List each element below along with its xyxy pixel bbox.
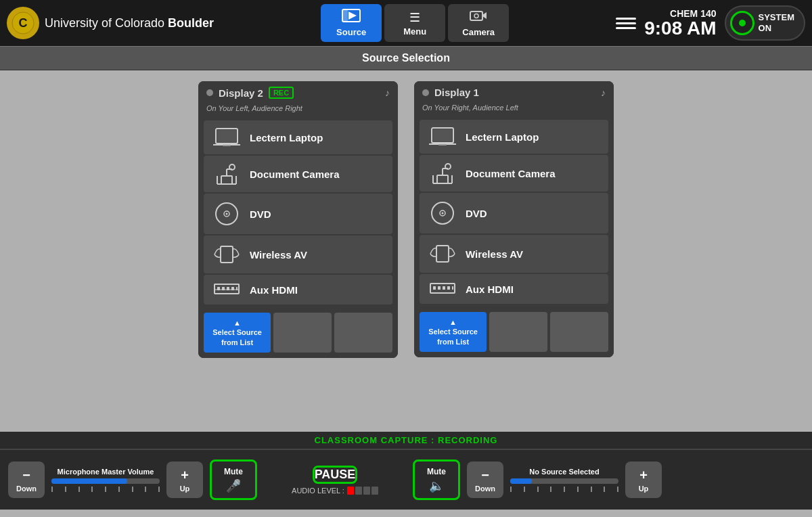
d2-source-dvd[interactable]: DVD [204, 194, 392, 234]
source-nav-label: Source [336, 27, 366, 37]
tick [537, 487, 539, 492]
plus-icon: + [181, 468, 189, 483]
tick [617, 487, 618, 492]
system-on-label: SYSTEMON [759, 12, 794, 33]
tick [577, 487, 579, 492]
display-2-footer: ▲Select Sourcefrom List [198, 307, 398, 358]
tick [132, 487, 133, 492]
d1-footer-btn-2[interactable] [489, 312, 547, 352]
source-nav-icon [342, 9, 361, 26]
d1-source-dvd[interactable]: DVD [420, 193, 608, 233]
cu-logo-icon: C [7, 7, 39, 39]
svg-rect-25 [217, 287, 220, 290]
d1-footer-btn-3[interactable] [550, 312, 608, 352]
mic-volume-fill [51, 478, 127, 484]
tick [91, 487, 93, 492]
svg-rect-34 [437, 175, 448, 183]
menu-nav-icon: ☰ [409, 10, 420, 25]
d1-wireless-av-label: Wireless AV [466, 248, 523, 260]
system-on-button[interactable]: SYSTEMON [725, 5, 805, 41]
mic-mute-label: Mute [224, 467, 243, 476]
d2-select-source-button[interactable]: ▲Select Sourcefrom List [204, 313, 271, 353]
svg-rect-44 [436, 246, 449, 262]
audio-level-row: AUDIO LEVEL : [292, 487, 378, 495]
source-selection-header: Source Selection [0, 46, 812, 70]
nav-buttons: Source ☰ Menu Camera [221, 4, 609, 42]
minus-icon-2: − [481, 468, 489, 483]
svg-rect-12 [221, 176, 232, 184]
svg-rect-49 [447, 286, 450, 290]
pause-button[interactable]: PAUSE [313, 466, 358, 484]
d1-source-doc-camera[interactable]: Document Camera [420, 155, 608, 192]
d1-source-aux-hdmi[interactable]: Aux HDMI [420, 274, 608, 304]
display-2-source-list: Lectern Laptop Document Camera [198, 118, 398, 307]
d2-source-lectern-laptop[interactable]: Lectern Laptop [204, 120, 392, 154]
mic-mute-button[interactable]: Mute 🎤 [210, 459, 257, 500]
mic-up-label: Up [180, 485, 190, 493]
speaker-volume-up-button[interactable]: + Up [625, 462, 662, 498]
dash-line-3 [616, 27, 636, 29]
speaker-volume-fill [510, 478, 532, 484]
tick [65, 487, 66, 492]
classroom-capture-bar: CLASSROOM CAPTURE : RECORDING [0, 432, 812, 449]
tick [51, 487, 53, 492]
doc-camera-icon-d1 [428, 162, 457, 185]
hdmi-icon [212, 282, 242, 298]
laptop-icon [212, 127, 242, 148]
d2-footer-btn-2[interactable] [273, 313, 332, 353]
d1-source-lectern-laptop[interactable]: Lectern Laptop [420, 120, 608, 154]
d2-source-doc-camera[interactable]: Document Camera [204, 156, 392, 192]
mic-volume-section: Microphone Master Volume [51, 468, 160, 492]
mic-volume-slider[interactable] [51, 478, 160, 484]
speaker-volume-slider[interactable] [510, 478, 618, 484]
display-1-panel: Display 1 ♪ On Your Right, Audience Left… [414, 81, 614, 357]
school-name: University of Colorado Boulder [45, 16, 214, 30]
tick [78, 487, 80, 492]
laptop-icon-d1 [428, 127, 457, 147]
audio-level-label: AUDIO LEVEL : [292, 487, 344, 495]
display-2-title-row: Display 2 REC [206, 87, 294, 99]
d2-wireless-av-label: Wireless AV [250, 249, 307, 261]
d2-source-wireless-av[interactable]: Wireless AV [204, 235, 392, 273]
audio-bar-1 [355, 487, 362, 495]
nav-menu-button[interactable]: ☰ Menu [384, 4, 445, 42]
nav-camera-button[interactable]: Camera [448, 4, 509, 42]
speaker-down-label: Down [475, 485, 495, 493]
svg-text:C: C [19, 16, 28, 30]
camera-nav-label: Camera [462, 27, 495, 37]
mic-volume-up-button[interactable]: + Up [166, 462, 203, 498]
svg-marker-3 [348, 12, 357, 20]
d1-select-source-button[interactable]: ▲Select Sourcefrom List [420, 312, 487, 352]
speaker-mute-button[interactable]: Mute 🔈 [413, 459, 460, 500]
d2-source-aux-hdmi[interactable]: Aux HDMI [204, 275, 392, 305]
tick [105, 487, 106, 492]
display-1-footer: ▲Select Sourcefrom List [414, 307, 614, 357]
d1-aux-hdmi-label: Aux HDMI [466, 284, 514, 295]
svg-rect-27 [227, 287, 229, 290]
minus-icon: − [22, 468, 30, 483]
svg-rect-47 [438, 286, 441, 290]
d2-aux-hdmi-label: Aux HDMI [250, 284, 298, 296]
tick [158, 487, 160, 492]
svg-rect-46 [433, 286, 436, 290]
svg-rect-31 [433, 129, 452, 141]
top-right-area: CHEM 140 9:08 AM SYSTEMON [616, 5, 805, 41]
d2-footer-btn-3[interactable] [334, 313, 392, 353]
tick [145, 487, 146, 492]
top-bar: C University of Colorado Boulder Source … [0, 0, 812, 46]
mic-volume-down-button[interactable]: − Down [8, 462, 45, 498]
d1-source-wireless-av[interactable]: Wireless AV [420, 235, 608, 273]
svg-rect-48 [443, 286, 445, 290]
main-content: Display 2 REC ♪ On Your Left, Audience R… [0, 70, 812, 432]
no-source-label: No Source Selected [529, 468, 599, 476]
tick [510, 487, 512, 492]
music-icon-d1: ♪ [601, 87, 606, 98]
speaker-mute-label: Mute [427, 467, 446, 476]
display-2-subtitle: On Your Left, Audience Right [198, 104, 398, 118]
speaker-volume-down-button[interactable]: − Down [467, 462, 503, 498]
display-1-subtitle: On Your Right, Audience Left [414, 104, 614, 117]
system-on-indicator [730, 11, 754, 35]
nav-source-button[interactable]: Source [321, 4, 382, 42]
svg-point-43 [442, 212, 444, 215]
wireless-av-icon-d1 [428, 242, 457, 266]
